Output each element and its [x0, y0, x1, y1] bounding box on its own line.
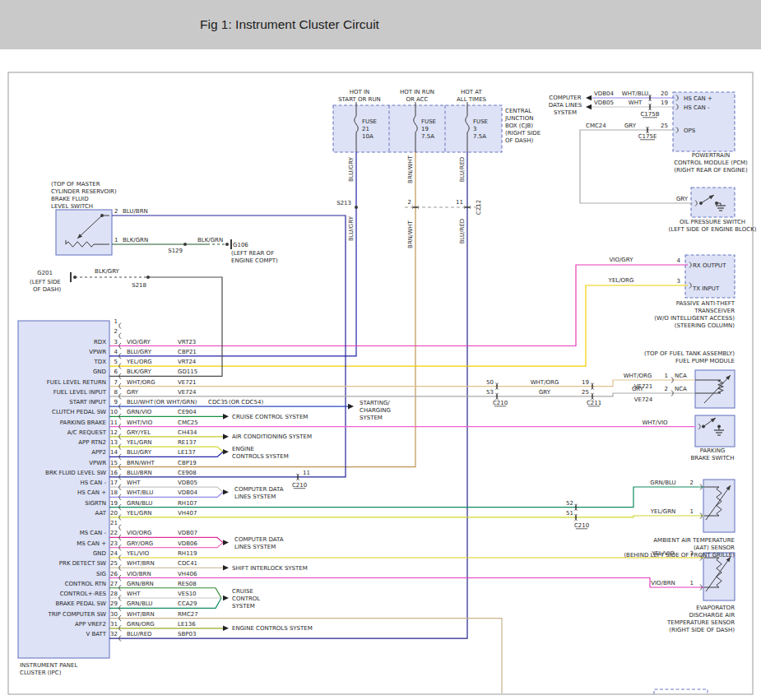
wire-color-code: GRY	[127, 389, 139, 396]
pin-label: VPWR	[89, 349, 106, 355]
circuit-code: VDB07	[178, 530, 197, 536]
label: BRN/WHT	[407, 155, 414, 183]
pin-label: RDX	[94, 339, 106, 345]
pin-label: HS CAN +	[77, 489, 106, 496]
g106-dot	[225, 243, 229, 246]
circuit-code: VDB06	[178, 540, 197, 547]
pin-label: MS CAN +	[77, 540, 106, 547]
circuit-code: VE724	[178, 389, 197, 396]
wire-color-code: BLU/GRY	[127, 449, 152, 456]
label: 1	[690, 508, 694, 515]
label: AIR CONDITIONING SYSTEM	[232, 433, 312, 440]
label: GRN/BLU	[650, 480, 675, 486]
label: CONTROLS SYSTEM	[232, 453, 289, 460]
label: S213	[336, 200, 351, 206]
circuit-code: VH407	[178, 510, 197, 517]
label: PARKING	[700, 447, 726, 454]
label: (STEERING COLUMN)	[675, 322, 735, 329]
label: (W/O INTELLIGENT ACCESS)	[654, 315, 735, 322]
wire-color-code: BLU/WHT	[127, 399, 154, 406]
label: WHT	[629, 100, 643, 106]
wire-color-code: VIO/GRY	[127, 339, 151, 345]
label: 19	[661, 100, 668, 106]
label: C212	[476, 200, 482, 215]
label: BLU/GRY	[348, 156, 355, 182]
evap-sensor-box	[703, 553, 735, 600]
label: BLK/GRN	[123, 237, 148, 243]
label: HS CAN +	[684, 95, 712, 102]
pin-label: START INPUT	[69, 399, 106, 406]
label: 19	[421, 126, 429, 132]
label: GRY	[632, 386, 644, 392]
wire-color-code: BLU/RED	[127, 631, 152, 637]
label: G106	[233, 242, 248, 248]
circuit-code: CMC25	[178, 420, 198, 426]
pin-number: 23	[110, 540, 118, 547]
wire-color-code: GRY/ORG	[127, 540, 153, 547]
label: S218	[132, 282, 146, 289]
label: CMC24	[586, 123, 606, 129]
pin-label: CONTROL RTN	[65, 581, 106, 587]
label: (RIGHT REAR OF ENGINE)	[674, 167, 748, 174]
pin-label: A/C REQUEST	[67, 429, 107, 436]
label: 25	[661, 123, 668, 129]
label: C210	[493, 400, 508, 406]
pin-number: 13	[110, 439, 118, 446]
label: COMPUTER DATA	[234, 486, 284, 493]
label: VE724	[634, 396, 653, 403]
splice-s213	[355, 206, 358, 209]
wire-color-code: YEL/ORG	[126, 359, 152, 365]
circuit-code: VH406	[178, 571, 197, 577]
label: VDB05	[594, 100, 614, 106]
label: WHT/BLU	[622, 90, 648, 97]
circuit-code: CBP19	[178, 460, 197, 466]
pin-number: 7	[114, 379, 118, 386]
pin-number: 12	[110, 429, 118, 436]
label: 19	[582, 379, 589, 386]
label: HOT AT	[461, 89, 483, 95]
label: 53	[486, 389, 494, 396]
label: (BEHIND LEFT SIDE OF FRONT GRILLE)	[624, 552, 735, 559]
circuit-code: CE908	[178, 470, 197, 476]
label: 2	[408, 199, 411, 206]
fuel-pump-box	[695, 370, 735, 408]
label: FUEL PUMP MODULE	[675, 358, 735, 364]
label: CRUISE	[232, 588, 253, 595]
label: C175E	[638, 133, 657, 140]
wire-color-code: GRN/BRN	[127, 581, 154, 587]
circuit-code: CH434	[178, 429, 197, 436]
label: DATA LINES	[549, 102, 582, 109]
wire-color-code: GRN/ORG	[127, 621, 155, 628]
pin-label: PRK DETECT SW	[59, 560, 106, 567]
oil-pressure-switch-box	[691, 188, 735, 217]
circuit-code: CBP21	[178, 349, 197, 355]
pin-label: PARKING BRAKE	[60, 420, 106, 426]
pin-label: SIG	[96, 571, 106, 577]
label: RX OUTPUT	[693, 262, 726, 269]
pin-number: 14	[110, 449, 118, 456]
label: (AAT) SENSOR	[694, 545, 735, 551]
label: BLU/GRY	[348, 216, 355, 241]
label: 50	[486, 379, 494, 386]
label: HOT IN RUN	[400, 89, 434, 95]
pin-label: BRAKE PEDAL SW	[55, 600, 106, 607]
label: BLU/RED	[459, 157, 466, 183]
wire-color-code: BRN/WHT	[127, 460, 155, 466]
wire-color-code: WHT	[127, 591, 141, 597]
label: BLU/RED	[459, 219, 466, 244]
label: (TOP OF FUEL TANK ASSEMBLY)	[644, 350, 735, 357]
pin-number: 31	[110, 621, 118, 628]
circuit-code: VES10	[178, 591, 197, 597]
label: (LEFT SIDE	[30, 279, 61, 285]
pin-number: 29	[110, 600, 118, 607]
label: CLUSTER (IPC)	[20, 670, 62, 676]
label: BOX (CJB)	[505, 123, 533, 129]
label: 1	[665, 373, 668, 379]
label: HOT IN	[350, 89, 370, 95]
pin-label: CLUTCH PEDAL SW	[52, 409, 106, 415]
label: 2	[665, 386, 668, 392]
pin-label: BRK FLUID LEVEL SW	[45, 470, 106, 476]
label: 51	[566, 510, 573, 517]
label: TRANSCEIVER	[694, 308, 735, 314]
label: CENTRAL	[505, 108, 531, 114]
